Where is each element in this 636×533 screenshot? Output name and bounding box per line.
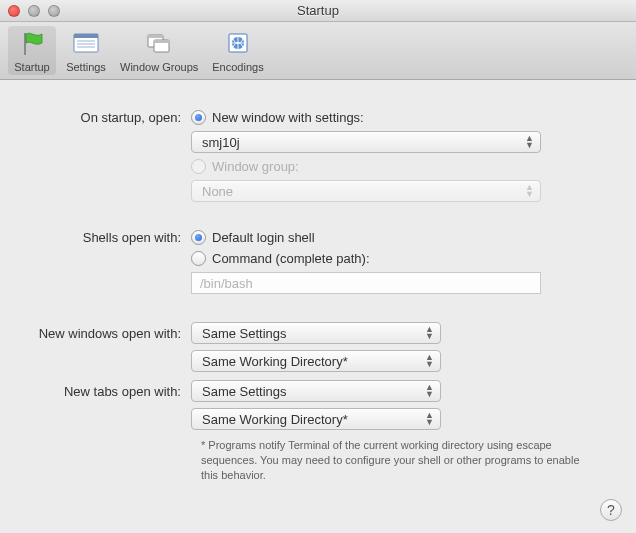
- radio-default-shell[interactable]: [191, 230, 206, 245]
- help-button[interactable]: ?: [600, 499, 622, 521]
- label-shells-open: Shells open with:: [26, 230, 191, 245]
- radio-new-window[interactable]: [191, 110, 206, 125]
- label-new-windows: New windows open with:: [26, 326, 191, 341]
- settings-popup-value: smj10j: [202, 135, 240, 150]
- new-tabs-dir-popup[interactable]: Same Working Directory* ▲▼: [191, 408, 441, 430]
- toolbar-tab-startup[interactable]: Startup: [8, 26, 56, 75]
- updown-icon: ▲▼: [425, 412, 434, 426]
- radio-window-group-label[interactable]: Window group:: [212, 159, 299, 174]
- toolbar-tab-label: Window Groups: [120, 61, 198, 73]
- popup-value: Same Working Directory*: [202, 412, 348, 427]
- popup-value: Same Settings: [202, 384, 287, 399]
- new-windows-settings-popup[interactable]: Same Settings ▲▼: [191, 322, 441, 344]
- command-path-input: [191, 272, 541, 294]
- toolbar-tab-label: Settings: [66, 61, 106, 73]
- footnote: * Programs notify Terminal of the curren…: [201, 438, 580, 483]
- updown-icon: ▲▼: [425, 326, 434, 340]
- toolbar-tab-label: Startup: [14, 61, 49, 73]
- radio-default-shell-label[interactable]: Default login shell: [212, 230, 315, 245]
- window-groups-icon: [143, 28, 175, 60]
- updown-icon: ▲▼: [425, 384, 434, 398]
- toolbar: Startup Settings: [0, 22, 636, 80]
- preferences-window: Startup Startup Settings: [0, 0, 636, 533]
- toolbar-tab-label: Encodings: [212, 61, 263, 73]
- updown-icon: ▲▼: [425, 354, 434, 368]
- toolbar-tab-window-groups[interactable]: Window Groups: [116, 26, 202, 75]
- new-windows-dir-popup[interactable]: Same Working Directory* ▲▼: [191, 350, 441, 372]
- encodings-icon: [222, 28, 254, 60]
- svg-rect-7: [148, 35, 163, 38]
- svg-rect-2: [74, 34, 98, 38]
- settings-icon: [70, 28, 102, 60]
- radio-window-group[interactable]: [191, 159, 206, 174]
- window-group-popup-value: None: [202, 184, 233, 199]
- new-tabs-settings-popup[interactable]: Same Settings ▲▼: [191, 380, 441, 402]
- label-new-tabs: New tabs open with:: [26, 384, 191, 399]
- startup-pane: On startup, open: New window with settin…: [0, 80, 636, 493]
- flag-icon: [16, 28, 48, 60]
- radio-new-window-label[interactable]: New window with settings:: [212, 110, 364, 125]
- titlebar: Startup: [0, 0, 636, 22]
- updown-icon: ▲▼: [525, 135, 534, 149]
- window-group-popup: None ▲▼: [191, 180, 541, 202]
- popup-value: Same Working Directory*: [202, 354, 348, 369]
- help-icon: ?: [607, 502, 615, 518]
- toolbar-tab-settings[interactable]: Settings: [62, 26, 110, 75]
- label-on-startup: On startup, open:: [26, 110, 191, 125]
- window-title: Startup: [0, 3, 636, 18]
- toolbar-tab-encodings[interactable]: Encodings: [208, 26, 267, 75]
- updown-icon: ▲▼: [525, 184, 534, 198]
- settings-popup[interactable]: smj10j ▲▼: [191, 131, 541, 153]
- svg-rect-9: [154, 40, 169, 43]
- popup-value: Same Settings: [202, 326, 287, 341]
- radio-command-label[interactable]: Command (complete path):: [212, 251, 370, 266]
- radio-command[interactable]: [191, 251, 206, 266]
